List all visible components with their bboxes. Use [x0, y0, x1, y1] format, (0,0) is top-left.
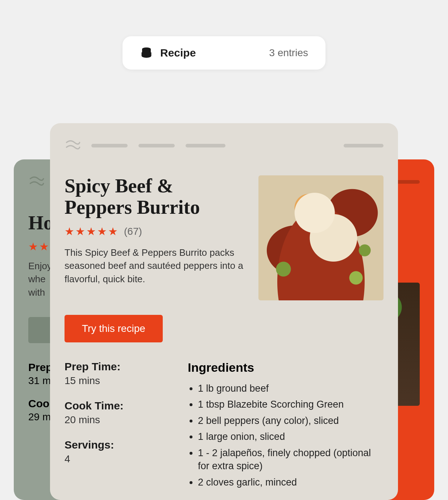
prep-time-label: Prep Time: — [65, 361, 159, 373]
desc-line: with — [28, 287, 45, 298]
nav-pill — [91, 144, 128, 147]
ingredient-item: 2 cloves garlic, minced — [198, 476, 383, 489]
ingredient-item: 1 tbsp Blazebite Scorching Green — [198, 398, 383, 411]
badge-left: Recipe — [140, 46, 196, 59]
recipe-title: Spicy Beef & Peppers Burrito — [65, 175, 244, 218]
prep-time-value: 15 mins — [65, 375, 159, 387]
servings-group: Servings: 4 — [65, 439, 159, 465]
ingredients-column: Ingredients 1 lb ground beef 1 tbsp Blaz… — [188, 361, 383, 492]
hero-text: Spicy Beef & Peppers Burrito ★★★★★ (67) … — [65, 175, 244, 300]
nav-pill — [138, 144, 175, 147]
cook-time-value: 20 mins — [65, 414, 159, 426]
desc-line: Enjoy — [28, 261, 52, 271]
ingredient-item: 1 lb ground beef — [198, 382, 383, 395]
nav-pill — [344, 144, 383, 147]
servings-value: 4 — [65, 453, 159, 465]
servings-label: Servings: — [65, 439, 159, 451]
recipe-description: This Spicy Beef & Peppers Burrito packs … — [65, 246, 244, 286]
prep-time-group: Prep Time: 15 mins — [65, 361, 159, 387]
try-recipe-button[interactable]: Try this recipe — [65, 315, 163, 342]
recipe-card-front: Spicy Beef & Peppers Burrito ★★★★★ (67) … — [50, 123, 398, 500]
cook-time-group: Cook Time: 20 mins — [65, 400, 159, 426]
details-section: Prep Time: 15 mins Cook Time: 20 mins Se… — [65, 361, 383, 492]
rating-row: ★★★★★ (67) — [65, 226, 244, 237]
entry-count-badge: Recipe 3 entries — [123, 36, 325, 70]
desc-line: whe — [28, 274, 46, 284]
card-stack: Ho ★★ Enjoy whe with Prep 31 m Coo 29 m — [14, 123, 434, 500]
recipe-image — [258, 175, 383, 300]
nav-placeholder — [91, 144, 333, 147]
hero-section: Spicy Beef & Peppers Burrito ★★★★★ (67) … — [65, 175, 383, 300]
badge-count: 3 entries — [269, 47, 308, 59]
badge-title: Recipe — [160, 47, 196, 59]
ingredients-list: 1 lb ground beef 1 tbsp Blazebite Scorch… — [188, 382, 383, 489]
star-rating: ★★★★★ — [65, 226, 119, 237]
ingredient-item: 1 large onion, sliced — [198, 430, 383, 443]
card-header — [65, 138, 383, 154]
nav-pill — [186, 144, 225, 147]
ingredient-item: 2 bell peppers (any color), sliced — [198, 414, 383, 427]
cook-time-label: Cook Time: — [65, 400, 159, 412]
logo-icon — [65, 138, 80, 154]
meta-column: Prep Time: 15 mins Cook Time: 20 mins Se… — [65, 361, 159, 492]
database-icon — [140, 46, 153, 59]
logo-icon — [28, 174, 44, 190]
rating-count: (67) — [124, 226, 142, 237]
ingredients-title: Ingredients — [188, 361, 383, 375]
ingredient-item: 1 - 2 jalapeños, finely chopped (optiona… — [198, 446, 383, 473]
